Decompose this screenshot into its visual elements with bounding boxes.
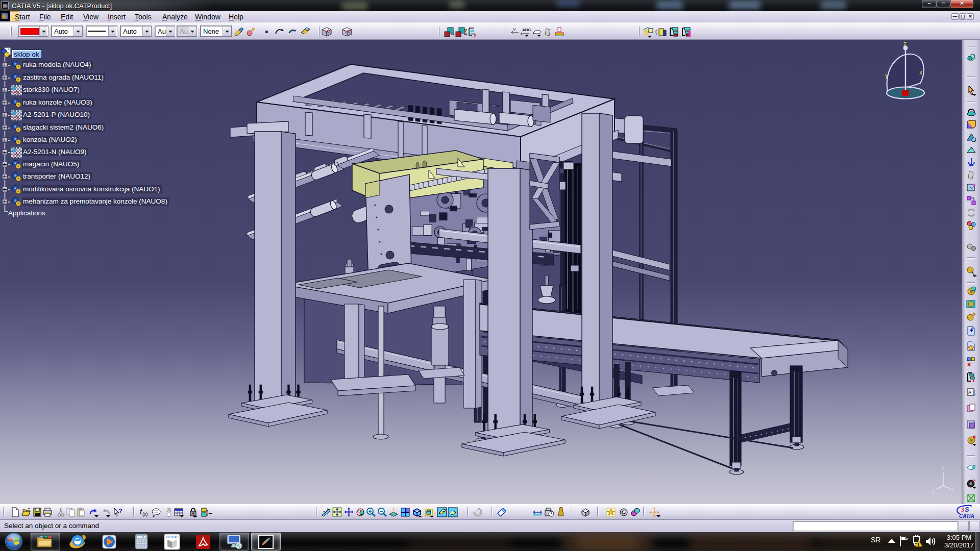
svg-text:V: V — [513, 27, 516, 32]
svg-text:0: 0 — [142, 536, 144, 539]
svg-text:A: A — [167, 508, 170, 513]
svg-text:S: S — [965, 506, 969, 513]
svg-text:!: ! — [918, 542, 919, 547]
svg-text:x: x — [951, 486, 954, 492]
svg-text:(x): (x) — [142, 512, 148, 517]
svg-text:FESTO: FESTO — [166, 535, 178, 539]
svg-text:A: A — [968, 390, 971, 395]
svg-text:x: x — [919, 69, 922, 76]
svg-text:ABC: ABC — [522, 28, 531, 32]
svg-text:z: z — [903, 40, 906, 47]
svg-text:y: y — [932, 488, 935, 494]
svg-text:}=: }= — [207, 509, 212, 516]
svg-text:z: z — [942, 465, 945, 471]
svg-text:CATIA: CATIA — [959, 513, 974, 519]
svg-text:y: y — [885, 72, 888, 79]
svg-text:?: ? — [118, 507, 122, 515]
svg-text:3: 3 — [961, 507, 964, 513]
